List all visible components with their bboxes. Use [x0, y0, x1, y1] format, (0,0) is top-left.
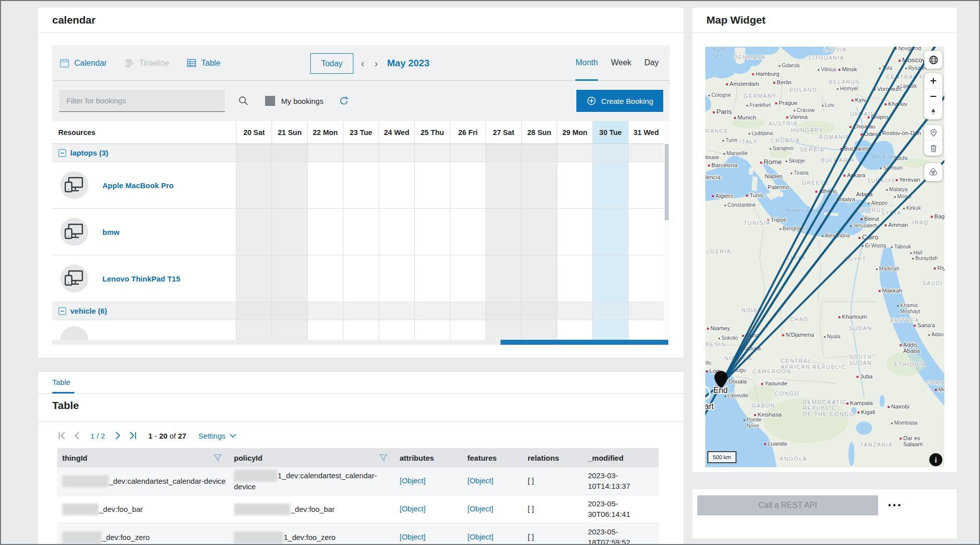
vertical-scrollbar[interactable]	[664, 121, 670, 340]
day-cell[interactable]	[592, 320, 628, 340]
day-cell[interactable]	[343, 162, 379, 208]
day-cell[interactable]	[485, 320, 521, 340]
trash-icon[interactable]	[924, 140, 942, 156]
day-cell[interactable]	[236, 209, 272, 255]
day-cell[interactable]	[307, 302, 343, 320]
day-cell[interactable]	[343, 209, 379, 255]
attributes-object-link[interactable]: [Object]	[395, 532, 462, 542]
location-pin-icon[interactable]	[924, 125, 942, 140]
next-period-icon[interactable]: ›	[375, 46, 378, 81]
day-cell[interactable]	[450, 144, 485, 162]
day-cell[interactable]	[628, 144, 664, 162]
day-cell[interactable]	[628, 255, 664, 302]
view-week[interactable]: Week	[611, 46, 632, 81]
last-page-icon[interactable]	[129, 431, 138, 440]
day-cell[interactable]	[307, 320, 343, 340]
day-cell[interactable]	[414, 302, 450, 320]
view-month[interactable]: Month	[575, 46, 597, 81]
day-cell[interactable]	[521, 320, 557, 340]
day-cell[interactable]	[272, 144, 307, 162]
compass-icon[interactable]	[924, 104, 942, 119]
day-cell[interactable]	[414, 320, 450, 340]
day-cell[interactable]	[236, 255, 272, 302]
search-icon[interactable]	[238, 95, 249, 106]
day-cell[interactable]	[343, 302, 379, 320]
day-cell[interactable]	[557, 144, 592, 162]
day-cell[interactable]	[485, 302, 521, 320]
map-info-button[interactable]: i	[929, 453, 942, 466]
day-cell[interactable]	[628, 209, 664, 255]
day-cell[interactable]	[557, 255, 592, 302]
filter-input[interactable]	[59, 90, 225, 112]
table-row[interactable]: _dev:foo_zero 1_dev:foo_zero [Object] [O…	[57, 523, 659, 545]
day-cell[interactable]	[379, 209, 414, 255]
day-cell[interactable]	[592, 255, 628, 302]
zoom-in-button[interactable]	[924, 73, 942, 88]
day-cell[interactable]	[521, 302, 557, 320]
day-cell[interactable]	[592, 144, 628, 162]
attributes-object-link[interactable]: [Object]	[395, 476, 462, 486]
resource-group-row[interactable]: laptops (3)	[52, 144, 664, 162]
day-cell[interactable]	[521, 209, 557, 255]
day-cell[interactable]	[272, 162, 307, 208]
features-object-link[interactable]: [Object]	[462, 504, 523, 514]
today-button[interactable]: Today	[310, 53, 353, 74]
collapse-group-icon[interactable]	[58, 307, 66, 315]
tab-table[interactable]: Table	[186, 58, 220, 68]
filter-funnel-icon[interactable]	[213, 454, 222, 462]
layers-venn-icon[interactable]	[924, 163, 942, 181]
next-page-icon[interactable]	[113, 431, 122, 440]
attributes-object-link[interactable]: [Object]	[395, 504, 462, 514]
day-cell[interactable]	[236, 162, 272, 208]
day-cell[interactable]	[592, 302, 628, 320]
day-cell[interactable]	[307, 144, 343, 162]
day-cell[interactable]	[414, 255, 450, 302]
zoom-out-button[interactable]	[924, 88, 942, 104]
vertical-scrollbar-thumb[interactable]	[665, 144, 669, 220]
day-cell[interactable]	[485, 255, 521, 302]
table-row[interactable]: _dev:foo_bar _dev:foo_bar [Object] [Obje…	[57, 495, 659, 523]
day-cell[interactable]	[379, 144, 414, 162]
features-object-link[interactable]: [Object]	[462, 476, 523, 486]
day-cell[interactable]	[236, 320, 272, 340]
tab-timeline[interactable]: Timeline	[124, 58, 169, 68]
day-cell[interactable]	[485, 162, 521, 208]
resource-name[interactable]: Lenovo ThinkPad T15	[102, 275, 180, 283]
call-rest-api-button[interactable]: Call a REST API	[697, 495, 878, 515]
day-cell[interactable]	[343, 320, 379, 340]
day-cell[interactable]	[521, 255, 557, 302]
day-cell[interactable]	[521, 162, 557, 208]
day-cell[interactable]	[557, 162, 592, 208]
features-object-link[interactable]: [Object]	[462, 532, 523, 542]
day-cell[interactable]	[592, 162, 628, 208]
collapse-group-icon[interactable]	[58, 149, 66, 157]
day-cell[interactable]	[307, 162, 343, 208]
day-cell[interactable]	[379, 162, 414, 208]
day-cell[interactable]	[272, 209, 307, 255]
day-cell[interactable]	[485, 144, 521, 162]
day-cell[interactable]	[557, 320, 592, 340]
view-day[interactable]: Day	[645, 46, 659, 81]
more-options-button[interactable]: •••	[888, 495, 903, 515]
day-cell[interactable]	[450, 255, 485, 302]
day-cell[interactable]	[414, 209, 450, 255]
day-cell[interactable]	[557, 302, 592, 320]
globe-icon[interactable]	[924, 51, 942, 69]
horizontal-scrollbar-thumb[interactable]	[501, 340, 668, 345]
settings-button[interactable]: Settings	[198, 432, 236, 440]
day-cell[interactable]	[236, 144, 272, 162]
day-cell[interactable]	[485, 209, 521, 255]
day-cell[interactable]	[272, 302, 307, 320]
filter-funnel-icon[interactable]	[379, 454, 388, 462]
day-cell[interactable]	[557, 209, 592, 255]
day-cell[interactable]	[628, 302, 664, 320]
day-cell[interactable]	[379, 320, 414, 340]
day-cell[interactable]	[628, 162, 664, 208]
day-cell[interactable]	[450, 209, 485, 255]
map-canvas[interactable]: NorthSeaDENMARKGdanskLATVIALITHUANIAViln…	[705, 47, 944, 467]
horizontal-scrollbar[interactable]	[52, 340, 670, 345]
create-booking-button[interactable]: Create Booking	[576, 90, 663, 112]
day-cell[interactable]	[379, 255, 414, 302]
my-bookings-checkbox[interactable]	[265, 96, 275, 106]
day-cell[interactable]	[450, 162, 485, 208]
